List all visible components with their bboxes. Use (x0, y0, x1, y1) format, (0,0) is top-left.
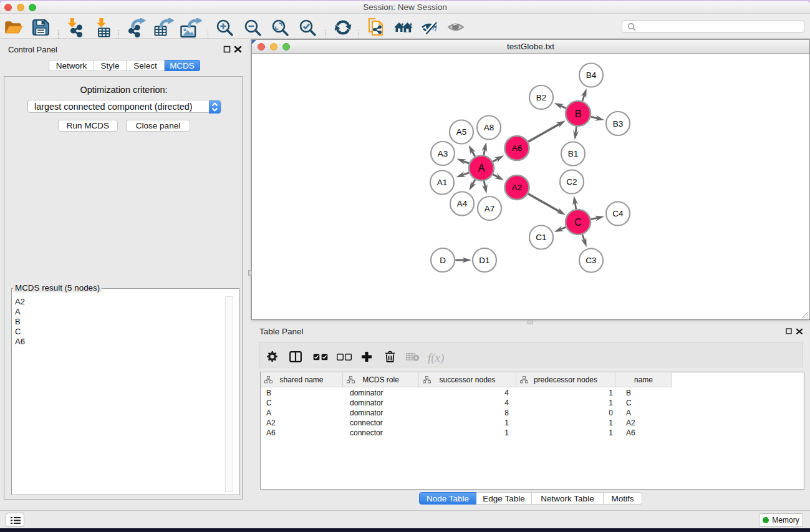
svg-text:A1: A1 (437, 178, 448, 187)
svg-text:C: C (574, 217, 582, 228)
svg-text:A: A (478, 163, 485, 173)
svg-text:A4: A4 (457, 199, 468, 208)
svg-text:B1: B1 (568, 149, 579, 158)
svg-text:C2: C2 (566, 177, 577, 186)
svg-text:C1: C1 (536, 233, 546, 242)
svg-text:A5: A5 (456, 127, 467, 137)
svg-text:A6: A6 (512, 143, 523, 153)
svg-text:D: D (440, 256, 446, 265)
svg-text:A8: A8 (484, 123, 494, 132)
svg-text:D1: D1 (479, 256, 489, 265)
svg-text:B3: B3 (613, 119, 624, 128)
svg-text:B: B (575, 109, 582, 119)
svg-text:A2: A2 (512, 183, 523, 192)
svg-text:A7: A7 (485, 204, 495, 213)
svg-text:C3: C3 (586, 256, 596, 265)
svg-text:A3: A3 (438, 149, 448, 158)
svg-text:B4: B4 (586, 70, 597, 80)
svg-text:B2: B2 (536, 93, 547, 102)
svg-text:C4: C4 (612, 209, 624, 218)
